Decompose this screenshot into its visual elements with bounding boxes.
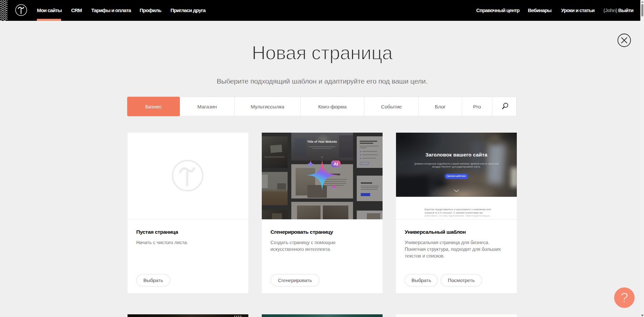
svg-text:AI: AI [334, 162, 338, 167]
